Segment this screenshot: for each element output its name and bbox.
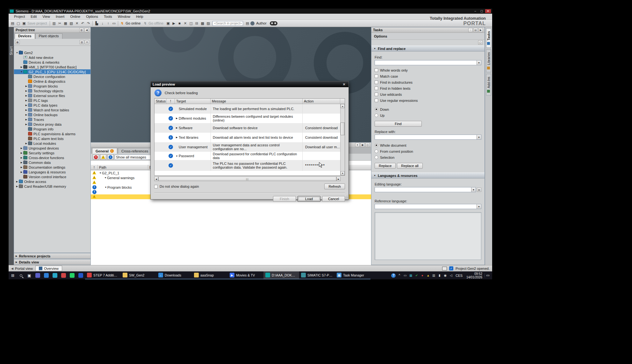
new-project-icon[interactable]: ▤ [10, 21, 15, 26]
start-strip[interactable]: Start [9, 27, 14, 265]
inspector-collapse-icon[interactable]: ▾ [355, 143, 360, 147]
start-cpu-icon[interactable]: ▶ [171, 21, 176, 26]
tree-item[interactable]: Online backups [14, 112, 90, 117]
pin-panel-icon[interactable]: ▫ [468, 28, 473, 32]
menu-item[interactable]: Options [83, 14, 101, 19]
filter-warnings-button[interactable] [100, 154, 106, 160]
tia-tray-icon[interactable]: ▦ [408, 274, 413, 277]
open-project-icon[interactable]: ▢ [16, 21, 21, 26]
load-button[interactable]: Load [298, 196, 320, 202]
pinned-mail-icon[interactable] [61, 273, 66, 278]
menu-item[interactable]: View [40, 14, 53, 19]
expand-arrow-icon[interactable] [175, 136, 179, 139]
tree-item[interactable]: G2_PLC_1 [CPU 1214C DC/DC/Rly] [14, 69, 90, 74]
cut-icon[interactable]: ✂ [57, 21, 62, 26]
expand-arrow-icon[interactable] [20, 147, 23, 150]
pinned-whatsapp-icon[interactable] [70, 273, 75, 278]
tree-item[interactable]: Gen2 [14, 50, 90, 55]
tree-item[interactable]: Ungrouped devices [14, 146, 90, 150]
author-label[interactable]: Author [256, 21, 266, 25]
expand-arrow-icon[interactable] [20, 66, 23, 68]
save-project-label[interactable]: Save project [27, 21, 47, 25]
pin-panel-icon[interactable]: ▥ [79, 28, 84, 32]
side-tab[interactable]: Add-Ins [486, 74, 491, 95]
collapse-all-icon[interactable]: ⊟ [85, 40, 89, 44]
horizontal-scrollbar[interactable]: ◀ ||| ▶ [154, 177, 341, 181]
expand-arrow-icon[interactable] [25, 94, 28, 97]
action-value[interactable]: Download all user m... [303, 145, 340, 149]
expand-arrow-icon[interactable] [20, 166, 23, 169]
notification-center-icon[interactable]: ▭ [485, 273, 491, 277]
expand-arrow-icon[interactable] [99, 172, 102, 174]
menu-item[interactable]: Window [115, 14, 133, 19]
float-panel-icon[interactable]: ▤ [473, 28, 478, 32]
taskbar-app-button[interactable]: ↓ Downloads [156, 271, 192, 279]
undo-icon[interactable]: ↶ [80, 21, 85, 26]
expand-arrow-icon[interactable] [15, 185, 19, 188]
find-option-checkbox[interactable]: Find in substructures [375, 79, 481, 85]
inspector-maximize-icon[interactable]: ▣ [360, 143, 365, 147]
find-option-checkbox[interactable]: Find in hidden texts [375, 85, 481, 91]
menu-item[interactable]: Project [11, 14, 28, 19]
menu-item[interactable]: Tools [101, 14, 115, 19]
direction-radio[interactable]: Down [375, 106, 481, 112]
help-icon[interactable]: ? [391, 273, 396, 278]
tab-cross-references[interactable]: Cross-references [118, 148, 152, 154]
tree-item[interactable]: Devices & networks [14, 60, 90, 65]
taskbar-app-button[interactable]: D:\AAA_DOKUME... [263, 271, 299, 279]
collapse-panel-icon[interactable]: ▶ [478, 28, 483, 32]
window-layout-icon[interactable]: ▨ [205, 21, 211, 26]
find-option-checkbox[interactable]: Match case [375, 73, 481, 79]
tree-item[interactable]: Languages & resources [14, 170, 90, 174]
filter-info-button[interactable]: i [107, 154, 114, 160]
expand-arrow-icon[interactable] [25, 90, 28, 92]
tree-item[interactable]: Watch and force tables [14, 108, 90, 112]
portal-view-button[interactable]: ◀ Portal view [11, 267, 33, 270]
tree-item[interactable]: Device configuration [14, 74, 90, 79]
do-not-show-checkbox[interactable] [154, 185, 158, 188]
scope-radio[interactable]: Whole document [375, 142, 481, 148]
expand-arrow-icon[interactable] [20, 157, 23, 159]
details-view-bar[interactable]: ▶ Details view [14, 259, 91, 265]
expand-arrow-icon[interactable] [104, 177, 107, 179]
tree-item[interactable]: External source files [14, 93, 90, 98]
expand-arrow-icon[interactable] [25, 123, 28, 126]
expand-arrow-icon[interactable] [25, 99, 28, 102]
expand-arrow-icon[interactable] [175, 127, 179, 129]
expand-arrow-icon[interactable] [175, 117, 179, 120]
taskbar-app-button[interactable]: STEP 7 Additional ... [85, 271, 121, 279]
tree-item[interactable]: Program info [14, 127, 90, 131]
taskbar-app-button[interactable]: ▦ Task Manager [335, 271, 370, 279]
redo-icon[interactable]: ↷ [86, 21, 91, 26]
tree-item[interactable]: Cross-device functions [14, 155, 90, 160]
update-tray-icon[interactable]: ● [420, 274, 425, 277]
tree-item[interactable]: Security settings [14, 150, 90, 155]
monitor-tray-icon[interactable]: ▥ [431, 274, 436, 277]
minimize-button[interactable]: – [472, 9, 478, 13]
dialog-titlebar[interactable]: Load preview ✕ [151, 81, 348, 87]
taskbar-app-button[interactable]: SIMATIC S7-PLCSIM [299, 271, 335, 279]
close-button[interactable]: ✕ [485, 9, 491, 13]
menu-item[interactable]: Insert [53, 14, 68, 19]
scroll-left-icon[interactable]: ◀ [154, 177, 158, 181]
tree-item[interactable]: PLC tags [14, 98, 90, 103]
assistant-toggle-icon[interactable] [270, 21, 277, 25]
load-preview-row[interactable]: Simulated module The loading will be per… [154, 104, 340, 114]
upload-from-device-icon[interactable]: ↑ [105, 21, 111, 26]
scrollbar-thumb[interactable] [341, 122, 345, 135]
expand-arrow-icon[interactable] [175, 155, 179, 157]
split-editor-vertical-icon[interactable]: ◫ [188, 21, 194, 26]
find-button[interactable]: Find [375, 121, 422, 127]
stop-cpu-icon[interactable]: ■ [177, 21, 182, 26]
replace-input[interactable]: ▼ [375, 135, 481, 140]
column-settings-icon[interactable]: ▥ [80, 40, 84, 44]
reference-language-select[interactable]: ▼ [375, 204, 481, 209]
menu-item[interactable]: Help [133, 14, 146, 19]
find-option-checkbox[interactable]: Use wildcards [375, 91, 481, 97]
tree-item[interactable]: Traces [14, 117, 90, 122]
side-tab[interactable]: Libraries [486, 49, 491, 72]
expand-arrow-icon[interactable] [15, 180, 19, 183]
options-panel-icon[interactable]: ▢ [478, 40, 483, 45]
collapse-panel-icon[interactable]: ◀ [84, 28, 89, 32]
find-input[interactable]: ▼ [375, 60, 481, 65]
